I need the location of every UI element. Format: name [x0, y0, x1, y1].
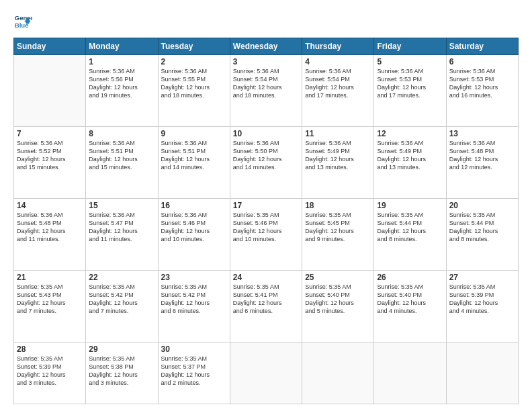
cell-content: Sunrise: 5:35 AM Sunset: 5:45 PM Dayligh…: [305, 211, 371, 244]
cell-content: Sunrise: 5:35 AM Sunset: 5:38 PM Dayligh…: [89, 355, 154, 387]
calendar-cell: 18Sunrise: 5:35 AM Sunset: 5:45 PM Dayli…: [302, 198, 374, 270]
calendar-cell: 12Sunrise: 5:36 AM Sunset: 5:49 PM Dayli…: [374, 126, 446, 198]
calendar-cell: [302, 342, 374, 404]
logo-icon: General Blue: [13, 12, 32, 31]
day-number: 15: [89, 201, 154, 210]
day-number: 3: [233, 57, 299, 66]
calendar-cell: 4Sunrise: 5:36 AM Sunset: 5:54 PM Daylig…: [302, 55, 374, 127]
logo: General Blue: [13, 12, 34, 31]
calendar-cell: 16Sunrise: 5:36 AM Sunset: 5:46 PM Dayli…: [158, 198, 230, 270]
cell-content: Sunrise: 5:35 AM Sunset: 5:42 PM Dayligh…: [161, 283, 227, 316]
calendar-cell: 15Sunrise: 5:36 AM Sunset: 5:47 PM Dayli…: [86, 198, 158, 270]
calendar-cell: 10Sunrise: 5:36 AM Sunset: 5:50 PM Dayli…: [230, 126, 302, 198]
day-number: 9: [161, 129, 227, 138]
cell-content: Sunrise: 5:35 AM Sunset: 5:44 PM Dayligh…: [449, 211, 515, 244]
header: General Blue: [13, 12, 519, 31]
calendar-cell: 14Sunrise: 5:36 AM Sunset: 5:48 PM Dayli…: [14, 198, 86, 270]
day-number: 8: [89, 129, 154, 138]
day-number: 26: [377, 273, 443, 282]
calendar-cell: 21Sunrise: 5:35 AM Sunset: 5:43 PM Dayli…: [14, 270, 86, 342]
calendar-cell: 7Sunrise: 5:36 AM Sunset: 5:52 PM Daylig…: [14, 126, 86, 198]
day-number: 18: [305, 201, 371, 210]
day-number: 28: [17, 345, 83, 354]
cell-content: Sunrise: 5:35 AM Sunset: 5:41 PM Dayligh…: [233, 283, 299, 316]
day-number: 7: [17, 129, 83, 138]
calendar-week-row: 7Sunrise: 5:36 AM Sunset: 5:52 PM Daylig…: [14, 126, 519, 198]
calendar-cell: 30Sunrise: 5:35 AM Sunset: 5:37 PM Dayli…: [158, 342, 230, 404]
calendar-cell: [14, 55, 86, 127]
day-number: 13: [449, 129, 515, 138]
calendar-cell: 28Sunrise: 5:35 AM Sunset: 5:39 PM Dayli…: [14, 342, 86, 404]
calendar-week-row: 14Sunrise: 5:36 AM Sunset: 5:48 PM Dayli…: [14, 198, 519, 270]
calendar-cell: [446, 342, 518, 404]
day-number: 17: [233, 201, 299, 210]
cell-content: Sunrise: 5:36 AM Sunset: 5:52 PM Dayligh…: [17, 139, 83, 172]
weekday-header-saturday: Saturday: [446, 38, 518, 55]
day-number: 1: [89, 57, 154, 66]
weekday-header-tuesday: Tuesday: [158, 38, 230, 55]
calendar-header-row: SundayMondayTuesdayWednesdayThursdayFrid…: [14, 38, 519, 55]
calendar-cell: 17Sunrise: 5:35 AM Sunset: 5:46 PM Dayli…: [230, 198, 302, 270]
weekday-header-friday: Friday: [374, 38, 446, 55]
calendar-table: SundayMondayTuesdayWednesdayThursdayFrid…: [13, 38, 519, 404]
day-number: 14: [17, 201, 83, 210]
cell-content: Sunrise: 5:36 AM Sunset: 5:56 PM Dayligh…: [89, 67, 154, 100]
cell-content: Sunrise: 5:36 AM Sunset: 5:49 PM Dayligh…: [377, 139, 443, 172]
calendar-cell: 27Sunrise: 5:35 AM Sunset: 5:39 PM Dayli…: [446, 270, 518, 342]
calendar-cell: 2Sunrise: 5:36 AM Sunset: 5:55 PM Daylig…: [158, 55, 230, 127]
day-number: 20: [449, 201, 515, 210]
cell-content: Sunrise: 5:36 AM Sunset: 5:48 PM Dayligh…: [17, 211, 83, 244]
weekday-header-sunday: Sunday: [14, 38, 86, 55]
weekday-header-thursday: Thursday: [302, 38, 374, 55]
weekday-header-monday: Monday: [86, 38, 158, 55]
calendar-cell: 26Sunrise: 5:35 AM Sunset: 5:40 PM Dayli…: [374, 270, 446, 342]
cell-content: Sunrise: 5:35 AM Sunset: 5:39 PM Dayligh…: [449, 283, 515, 316]
day-number: 27: [449, 273, 515, 282]
cell-content: Sunrise: 5:35 AM Sunset: 5:44 PM Dayligh…: [377, 211, 443, 244]
day-number: 6: [449, 57, 515, 66]
cell-content: Sunrise: 5:35 AM Sunset: 5:37 PM Dayligh…: [161, 355, 227, 387]
page: General Blue SundayMondayTuesdayWednesda…: [0, 0, 532, 411]
calendar-cell: 1Sunrise: 5:36 AM Sunset: 5:56 PM Daylig…: [86, 55, 158, 127]
day-number: 29: [89, 345, 154, 354]
day-number: 22: [89, 273, 154, 282]
cell-content: Sunrise: 5:36 AM Sunset: 5:53 PM Dayligh…: [377, 67, 443, 100]
day-number: 30: [161, 345, 227, 354]
calendar-cell: 11Sunrise: 5:36 AM Sunset: 5:49 PM Dayli…: [302, 126, 374, 198]
day-number: 10: [233, 129, 299, 138]
cell-content: Sunrise: 5:36 AM Sunset: 5:54 PM Dayligh…: [305, 67, 371, 100]
cell-content: Sunrise: 5:36 AM Sunset: 5:55 PM Dayligh…: [161, 67, 227, 100]
calendar-cell: 23Sunrise: 5:35 AM Sunset: 5:42 PM Dayli…: [158, 270, 230, 342]
day-number: 25: [305, 273, 371, 282]
cell-content: Sunrise: 5:35 AM Sunset: 5:42 PM Dayligh…: [89, 283, 154, 316]
cell-content: Sunrise: 5:35 AM Sunset: 5:43 PM Dayligh…: [17, 283, 83, 316]
calendar-cell: 20Sunrise: 5:35 AM Sunset: 5:44 PM Dayli…: [446, 198, 518, 270]
calendar-cell: 19Sunrise: 5:35 AM Sunset: 5:44 PM Dayli…: [374, 198, 446, 270]
cell-content: Sunrise: 5:35 AM Sunset: 5:40 PM Dayligh…: [305, 283, 371, 316]
day-number: 21: [17, 273, 83, 282]
cell-content: Sunrise: 5:36 AM Sunset: 5:54 PM Dayligh…: [233, 67, 299, 100]
cell-content: Sunrise: 5:35 AM Sunset: 5:39 PM Dayligh…: [17, 355, 83, 387]
calendar-cell: 29Sunrise: 5:35 AM Sunset: 5:38 PM Dayli…: [86, 342, 158, 404]
calendar-cell: 25Sunrise: 5:35 AM Sunset: 5:40 PM Dayli…: [302, 270, 374, 342]
day-number: 23: [161, 273, 227, 282]
calendar-week-row: 28Sunrise: 5:35 AM Sunset: 5:39 PM Dayli…: [14, 342, 519, 404]
day-number: 5: [377, 57, 443, 66]
calendar-cell: 6Sunrise: 5:36 AM Sunset: 5:53 PM Daylig…: [446, 55, 518, 127]
cell-content: Sunrise: 5:36 AM Sunset: 5:53 PM Dayligh…: [449, 67, 515, 100]
day-number: 12: [377, 129, 443, 138]
calendar-cell: 13Sunrise: 5:36 AM Sunset: 5:48 PM Dayli…: [446, 126, 518, 198]
day-number: 2: [161, 57, 227, 66]
calendar-week-row: 21Sunrise: 5:35 AM Sunset: 5:43 PM Dayli…: [14, 270, 519, 342]
day-number: 16: [161, 201, 227, 210]
day-number: 19: [377, 201, 443, 210]
calendar-cell: 24Sunrise: 5:35 AM Sunset: 5:41 PM Dayli…: [230, 270, 302, 342]
cell-content: Sunrise: 5:36 AM Sunset: 5:49 PM Dayligh…: [305, 139, 371, 172]
calendar-cell: 9Sunrise: 5:36 AM Sunset: 5:51 PM Daylig…: [158, 126, 230, 198]
cell-content: Sunrise: 5:36 AM Sunset: 5:47 PM Dayligh…: [89, 211, 154, 244]
cell-content: Sunrise: 5:35 AM Sunset: 5:46 PM Dayligh…: [233, 211, 299, 244]
cell-content: Sunrise: 5:36 AM Sunset: 5:50 PM Dayligh…: [233, 139, 299, 172]
calendar-week-row: 1Sunrise: 5:36 AM Sunset: 5:56 PM Daylig…: [14, 55, 519, 127]
calendar-cell: [230, 342, 302, 404]
day-number: 11: [305, 129, 371, 138]
